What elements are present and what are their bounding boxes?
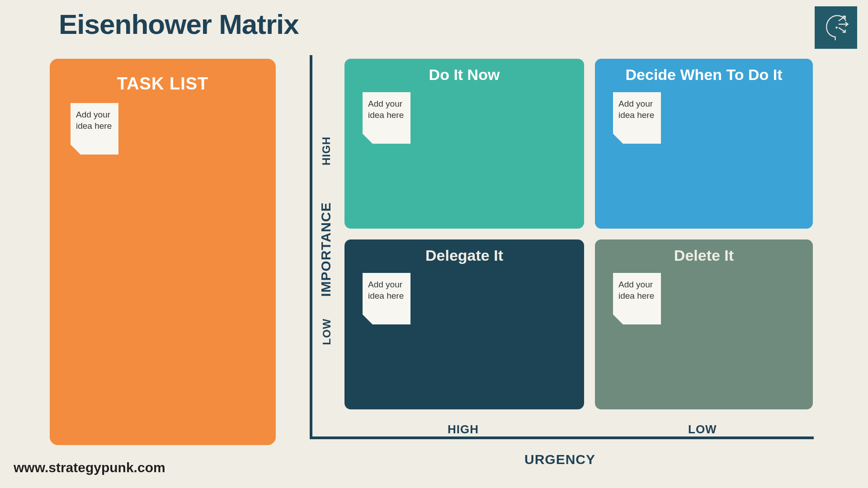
axis-importance-low: LOW xyxy=(321,319,333,345)
quadrant-do-it-now: Do It Now Add your idea here xyxy=(344,59,584,229)
quadrant-title: Do It Now xyxy=(344,66,584,84)
axis-y-line xyxy=(310,55,312,439)
tasklist-sticky-note[interactable]: Add your idea here xyxy=(71,103,118,155)
tasklist-panel: TASK LIST Add your idea here xyxy=(50,59,276,445)
footer-url: www.strategypunk.com xyxy=(14,460,165,475)
quadrant-sticky-note[interactable]: Add your idea here xyxy=(363,273,410,324)
axis-urgency-label: URGENCY xyxy=(524,452,595,467)
quadrant-delegate-it: Delegate It Add your idea here xyxy=(344,239,584,409)
axis-x-line xyxy=(310,436,814,439)
quadrant-title: Decide When To Do It xyxy=(595,66,813,84)
quadrant-sticky-note[interactable]: Add your idea here xyxy=(613,273,661,324)
quadrant-decide-when: Decide When To Do It Add your idea here xyxy=(595,59,813,229)
svg-point-0 xyxy=(835,27,837,28)
quadrant-sticky-note[interactable]: Add your idea here xyxy=(613,92,661,144)
head-arrows-icon xyxy=(819,11,853,44)
quadrant-delete-it: Delete It Add your idea here xyxy=(595,239,813,409)
axis-urgency-low: LOW xyxy=(688,422,717,436)
axis-importance-label: IMPORTANCE xyxy=(318,202,334,296)
brand-logo xyxy=(815,6,857,49)
quadrant-title: Delete It xyxy=(595,247,813,264)
quadrant-sticky-note[interactable]: Add your idea here xyxy=(363,92,410,144)
page-title: Eisenhower Matrix xyxy=(59,8,299,40)
axis-importance-high: HIGH xyxy=(320,136,333,165)
quadrant-title: Delegate It xyxy=(344,247,584,264)
tasklist-title: TASK LIST xyxy=(50,74,276,94)
axis-urgency-high: HIGH xyxy=(448,422,479,436)
